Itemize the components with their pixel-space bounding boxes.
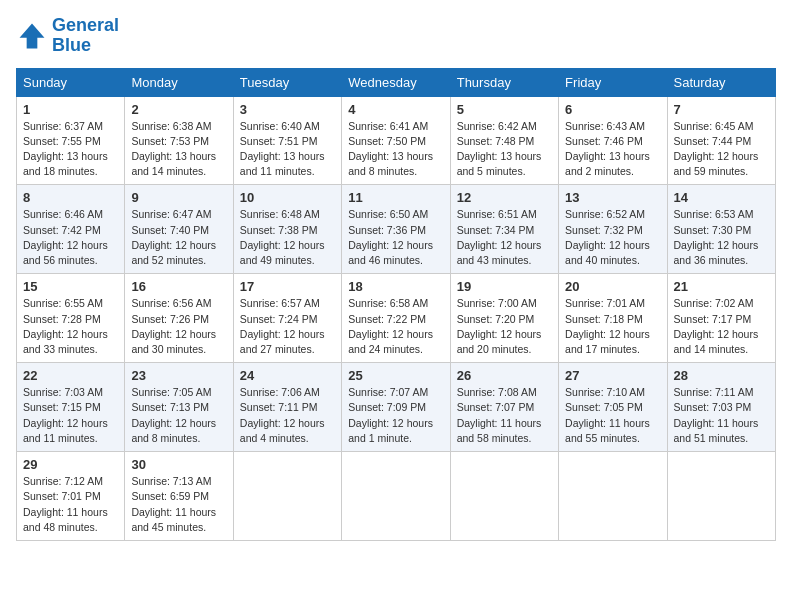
calendar-cell: 9Sunrise: 6:47 AM Sunset: 7:40 PM Daylig… — [125, 185, 233, 274]
day-number: 24 — [240, 368, 335, 383]
day-number: 27 — [565, 368, 660, 383]
calendar-cell: 10Sunrise: 6:48 AM Sunset: 7:38 PM Dayli… — [233, 185, 341, 274]
calendar-week-row: 1Sunrise: 6:37 AM Sunset: 7:55 PM Daylig… — [17, 96, 776, 185]
day-number: 14 — [674, 190, 769, 205]
day-number: 18 — [348, 279, 443, 294]
day-number: 16 — [131, 279, 226, 294]
header-wednesday: Wednesday — [342, 68, 450, 96]
day-number: 21 — [674, 279, 769, 294]
day-info: Sunrise: 6:46 AM Sunset: 7:42 PM Dayligh… — [23, 207, 118, 268]
day-number: 30 — [131, 457, 226, 472]
day-number: 9 — [131, 190, 226, 205]
calendar-cell: 12Sunrise: 6:51 AM Sunset: 7:34 PM Dayli… — [450, 185, 558, 274]
day-info: Sunrise: 7:12 AM Sunset: 7:01 PM Dayligh… — [23, 474, 118, 535]
day-info: Sunrise: 6:41 AM Sunset: 7:50 PM Dayligh… — [348, 119, 443, 180]
calendar-cell — [559, 452, 667, 541]
day-number: 2 — [131, 102, 226, 117]
header-thursday: Thursday — [450, 68, 558, 96]
calendar-cell: 18Sunrise: 6:58 AM Sunset: 7:22 PM Dayli… — [342, 274, 450, 363]
day-info: Sunrise: 6:37 AM Sunset: 7:55 PM Dayligh… — [23, 119, 118, 180]
day-number: 5 — [457, 102, 552, 117]
header-saturday: Saturday — [667, 68, 775, 96]
calendar-cell — [233, 452, 341, 541]
day-number: 17 — [240, 279, 335, 294]
day-info: Sunrise: 6:43 AM Sunset: 7:46 PM Dayligh… — [565, 119, 660, 180]
header-sunday: Sunday — [17, 68, 125, 96]
calendar-cell: 17Sunrise: 6:57 AM Sunset: 7:24 PM Dayli… — [233, 274, 341, 363]
day-info: Sunrise: 6:53 AM Sunset: 7:30 PM Dayligh… — [674, 207, 769, 268]
day-info: Sunrise: 6:40 AM Sunset: 7:51 PM Dayligh… — [240, 119, 335, 180]
header-monday: Monday — [125, 68, 233, 96]
day-number: 8 — [23, 190, 118, 205]
logo-text: General Blue — [52, 16, 119, 56]
day-info: Sunrise: 6:38 AM Sunset: 7:53 PM Dayligh… — [131, 119, 226, 180]
day-info: Sunrise: 6:50 AM Sunset: 7:36 PM Dayligh… — [348, 207, 443, 268]
calendar-cell: 3Sunrise: 6:40 AM Sunset: 7:51 PM Daylig… — [233, 96, 341, 185]
calendar-cell: 20Sunrise: 7:01 AM Sunset: 7:18 PM Dayli… — [559, 274, 667, 363]
calendar-cell: 6Sunrise: 6:43 AM Sunset: 7:46 PM Daylig… — [559, 96, 667, 185]
calendar-cell: 13Sunrise: 6:52 AM Sunset: 7:32 PM Dayli… — [559, 185, 667, 274]
day-info: Sunrise: 6:47 AM Sunset: 7:40 PM Dayligh… — [131, 207, 226, 268]
day-number: 12 — [457, 190, 552, 205]
calendar-cell: 16Sunrise: 6:56 AM Sunset: 7:26 PM Dayli… — [125, 274, 233, 363]
day-info: Sunrise: 6:58 AM Sunset: 7:22 PM Dayligh… — [348, 296, 443, 357]
calendar-cell: 25Sunrise: 7:07 AM Sunset: 7:09 PM Dayli… — [342, 363, 450, 452]
calendar-cell: 30Sunrise: 7:13 AM Sunset: 6:59 PM Dayli… — [125, 452, 233, 541]
day-info: Sunrise: 7:07 AM Sunset: 7:09 PM Dayligh… — [348, 385, 443, 446]
calendar-cell: 8Sunrise: 6:46 AM Sunset: 7:42 PM Daylig… — [17, 185, 125, 274]
day-number: 25 — [348, 368, 443, 383]
calendar-cell: 11Sunrise: 6:50 AM Sunset: 7:36 PM Dayli… — [342, 185, 450, 274]
calendar-week-row: 8Sunrise: 6:46 AM Sunset: 7:42 PM Daylig… — [17, 185, 776, 274]
calendar-cell: 14Sunrise: 6:53 AM Sunset: 7:30 PM Dayli… — [667, 185, 775, 274]
calendar-cell: 19Sunrise: 7:00 AM Sunset: 7:20 PM Dayli… — [450, 274, 558, 363]
header: General Blue — [16, 16, 776, 56]
day-info: Sunrise: 7:10 AM Sunset: 7:05 PM Dayligh… — [565, 385, 660, 446]
day-number: 3 — [240, 102, 335, 117]
day-number: 28 — [674, 368, 769, 383]
day-number: 4 — [348, 102, 443, 117]
day-number: 6 — [565, 102, 660, 117]
calendar-cell: 27Sunrise: 7:10 AM Sunset: 7:05 PM Dayli… — [559, 363, 667, 452]
header-friday: Friday — [559, 68, 667, 96]
calendar-cell: 4Sunrise: 6:41 AM Sunset: 7:50 PM Daylig… — [342, 96, 450, 185]
day-info: Sunrise: 6:51 AM Sunset: 7:34 PM Dayligh… — [457, 207, 552, 268]
day-number: 11 — [348, 190, 443, 205]
day-info: Sunrise: 7:00 AM Sunset: 7:20 PM Dayligh… — [457, 296, 552, 357]
day-info: Sunrise: 7:05 AM Sunset: 7:13 PM Dayligh… — [131, 385, 226, 446]
calendar-week-row: 22Sunrise: 7:03 AM Sunset: 7:15 PM Dayli… — [17, 363, 776, 452]
day-number: 23 — [131, 368, 226, 383]
day-info: Sunrise: 6:52 AM Sunset: 7:32 PM Dayligh… — [565, 207, 660, 268]
day-number: 13 — [565, 190, 660, 205]
calendar-cell: 21Sunrise: 7:02 AM Sunset: 7:17 PM Dayli… — [667, 274, 775, 363]
day-info: Sunrise: 6:42 AM Sunset: 7:48 PM Dayligh… — [457, 119, 552, 180]
day-info: Sunrise: 6:55 AM Sunset: 7:28 PM Dayligh… — [23, 296, 118, 357]
day-number: 1 — [23, 102, 118, 117]
day-number: 19 — [457, 279, 552, 294]
day-info: Sunrise: 6:56 AM Sunset: 7:26 PM Dayligh… — [131, 296, 226, 357]
calendar-cell: 5Sunrise: 6:42 AM Sunset: 7:48 PM Daylig… — [450, 96, 558, 185]
day-number: 29 — [23, 457, 118, 472]
calendar-cell: 22Sunrise: 7:03 AM Sunset: 7:15 PM Dayli… — [17, 363, 125, 452]
calendar-cell: 29Sunrise: 7:12 AM Sunset: 7:01 PM Dayli… — [17, 452, 125, 541]
calendar-cell: 15Sunrise: 6:55 AM Sunset: 7:28 PM Dayli… — [17, 274, 125, 363]
day-info: Sunrise: 7:13 AM Sunset: 6:59 PM Dayligh… — [131, 474, 226, 535]
calendar-cell: 2Sunrise: 6:38 AM Sunset: 7:53 PM Daylig… — [125, 96, 233, 185]
calendar-cell — [667, 452, 775, 541]
day-number: 15 — [23, 279, 118, 294]
logo-icon — [16, 20, 48, 52]
calendar-cell — [342, 452, 450, 541]
calendar-cell: 28Sunrise: 7:11 AM Sunset: 7:03 PM Dayli… — [667, 363, 775, 452]
calendar-week-row: 15Sunrise: 6:55 AM Sunset: 7:28 PM Dayli… — [17, 274, 776, 363]
day-info: Sunrise: 7:06 AM Sunset: 7:11 PM Dayligh… — [240, 385, 335, 446]
day-number: 22 — [23, 368, 118, 383]
day-info: Sunrise: 7:03 AM Sunset: 7:15 PM Dayligh… — [23, 385, 118, 446]
day-info: Sunrise: 6:48 AM Sunset: 7:38 PM Dayligh… — [240, 207, 335, 268]
calendar-header-row: SundayMondayTuesdayWednesdayThursdayFrid… — [17, 68, 776, 96]
day-info: Sunrise: 6:45 AM Sunset: 7:44 PM Dayligh… — [674, 119, 769, 180]
day-info: Sunrise: 7:01 AM Sunset: 7:18 PM Dayligh… — [565, 296, 660, 357]
calendar-cell: 1Sunrise: 6:37 AM Sunset: 7:55 PM Daylig… — [17, 96, 125, 185]
day-number: 26 — [457, 368, 552, 383]
day-info: Sunrise: 7:08 AM Sunset: 7:07 PM Dayligh… — [457, 385, 552, 446]
day-info: Sunrise: 7:11 AM Sunset: 7:03 PM Dayligh… — [674, 385, 769, 446]
calendar-cell: 23Sunrise: 7:05 AM Sunset: 7:13 PM Dayli… — [125, 363, 233, 452]
